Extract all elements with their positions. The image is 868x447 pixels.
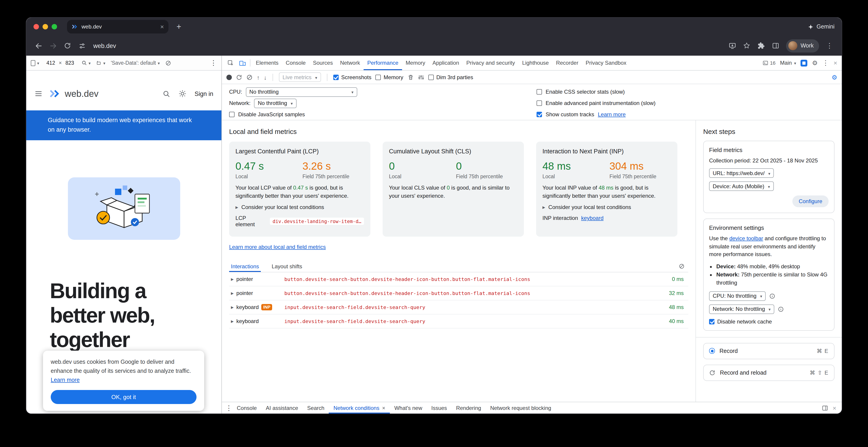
expand-icon[interactable] xyxy=(231,318,234,324)
back-button[interactable] xyxy=(32,39,45,53)
browser-menu-icon[interactable] xyxy=(823,39,836,53)
cookie-learn-more-link[interactable]: Learn more xyxy=(51,377,80,383)
expand-icon[interactable] xyxy=(231,276,234,282)
dim-3rd-parties-checkbox[interactable] xyxy=(428,74,434,80)
css-selector-stats-checkbox[interactable] xyxy=(536,89,542,95)
interaction-row[interactable]: pointer button.devsite-search-button.dev… xyxy=(229,272,688,286)
hamburger-menu-icon[interactable] xyxy=(34,90,42,98)
profile-button[interactable]: Work xyxy=(786,39,819,52)
tab-network[interactable]: Network xyxy=(336,56,364,70)
viewport-height-field[interactable]: 823 xyxy=(64,59,76,67)
cookie-ok-button[interactable]: OK, got it xyxy=(51,390,196,404)
tab-interactions[interactable]: Interactions xyxy=(229,261,261,272)
devtools-settings-icon[interactable] xyxy=(812,59,818,67)
device-select[interactable] xyxy=(31,60,39,66)
lcp-element-link[interactable]: div.devsite-landing-row-item-d… xyxy=(270,218,364,225)
tab-privacy-sandbox[interactable]: Privacy Sandbox xyxy=(582,56,630,70)
sliders-icon[interactable] xyxy=(418,74,424,80)
devtools-menu-icon[interactable] xyxy=(822,59,829,67)
tab-console[interactable]: Console xyxy=(282,56,309,70)
maximize-window-button[interactable] xyxy=(52,24,57,29)
new-tab-button[interactable] xyxy=(173,21,185,33)
site-logo[interactable]: web.dev xyxy=(49,89,98,99)
theme-toggle-icon[interactable] xyxy=(178,90,186,98)
metrics-learn-more-link[interactable]: Learn more about local and field metrics xyxy=(229,244,326,250)
focus-page-icon[interactable] xyxy=(801,60,808,66)
zoom-select[interactable] xyxy=(81,60,91,66)
env-network-select[interactable]: Network: No throttling xyxy=(709,304,774,314)
tab-privacy-and-security[interactable]: Privacy and security xyxy=(463,56,519,70)
side-panel-icon[interactable] xyxy=(769,39,782,53)
bookmark-star-icon[interactable] xyxy=(740,39,753,53)
drawer-tab-rendering[interactable]: Rendering xyxy=(452,402,486,414)
emulation-menu-icon[interactable] xyxy=(210,59,217,67)
tab-recorder[interactable]: Recorder xyxy=(552,56,582,70)
env-cpu-select[interactable]: CPU: No throttling xyxy=(709,291,766,301)
paint-instrumentation-checkbox[interactable] xyxy=(536,100,542,106)
save-profile-icon[interactable] xyxy=(264,73,267,81)
info-icon[interactable] xyxy=(769,293,775,299)
tab-layout-shifts[interactable]: Layout shifts xyxy=(270,261,304,272)
device-toolbar-icon[interactable] xyxy=(236,57,248,69)
info-icon[interactable] xyxy=(778,306,784,312)
record-and-reload-button[interactable]: Record and reload ⌘ ⇧ E xyxy=(703,365,835,381)
save-data-select[interactable]: 'Save-Data': default xyxy=(111,60,160,66)
clear-icon[interactable] xyxy=(246,74,253,80)
drawer-tab-issues[interactable]: Issues xyxy=(427,402,452,414)
disable-js-samples-checkbox[interactable] xyxy=(229,112,235,117)
record-and-reload-icon[interactable] xyxy=(236,74,242,80)
cpu-throttling-select[interactable]: No throttling xyxy=(246,87,357,97)
lcp-test-conditions-toggle[interactable]: Consider your local test conditions xyxy=(236,204,364,210)
install-icon[interactable] xyxy=(725,39,739,53)
drawer-close-icon[interactable] xyxy=(833,404,836,411)
expand-icon[interactable] xyxy=(231,304,234,310)
tab-performance[interactable]: Performance xyxy=(364,56,402,70)
interaction-element-link[interactable]: input.devsite-search-field.devsite-searc… xyxy=(284,318,656,324)
field-device-select[interactable]: Device: Auto (Mobile) xyxy=(709,182,774,191)
interaction-row[interactable]: pointer button.devsite-search-button.dev… xyxy=(229,286,688,301)
interaction-row[interactable]: keyboard input.devsite-search-field.devs… xyxy=(229,314,688,329)
close-window-button[interactable] xyxy=(33,24,39,29)
inp-test-conditions-toggle[interactable]: Consider your local test conditions xyxy=(542,204,671,210)
drawer-tab-whats-new[interactable]: What's new xyxy=(390,402,427,414)
address-bar[interactable]: web.dev xyxy=(93,42,116,49)
drawer-tab-network-conditions[interactable]: Network conditions xyxy=(329,402,390,414)
device-toolbar-link[interactable]: device toolbar xyxy=(729,236,763,242)
memory-checkbox[interactable] xyxy=(376,74,381,80)
viewport-width-field[interactable]: 412 xyxy=(44,59,57,67)
site-info-icon[interactable] xyxy=(75,39,89,53)
garbage-collect-icon[interactable] xyxy=(407,74,414,80)
show-custom-tracks-checkbox[interactable] xyxy=(536,112,542,117)
network-throttling-icon[interactable] xyxy=(165,60,171,66)
expand-icon[interactable] xyxy=(231,290,234,296)
interaction-element-link[interactable]: button.devsite-search-button.devsite-hea… xyxy=(284,276,656,282)
drawer-tab-search[interactable]: Search xyxy=(303,402,329,414)
dock-side-icon[interactable] xyxy=(822,405,828,411)
custom-tracks-learn-more-link[interactable]: Learn more xyxy=(598,111,626,117)
interaction-element-link[interactable]: input.devsite-search-field.devsite-searc… xyxy=(284,304,656,310)
tab-lighthouse[interactable]: Lighthouse xyxy=(519,56,552,70)
browser-tab[interactable]: web.dev xyxy=(67,20,168,33)
tab-memory[interactable]: Memory xyxy=(402,56,429,70)
console-messages-badge[interactable]: 16 xyxy=(763,60,776,66)
drawer-menu-icon[interactable] xyxy=(225,404,232,412)
reload-button[interactable] xyxy=(61,39,74,53)
site-search-icon[interactable] xyxy=(162,90,170,98)
screenshots-checkbox[interactable] xyxy=(333,74,338,80)
minimize-window-button[interactable] xyxy=(42,24,48,29)
record-icon[interactable] xyxy=(226,74,232,80)
inspect-element-icon[interactable] xyxy=(225,57,236,69)
drawer-tab-console[interactable]: Console xyxy=(232,402,261,414)
network-throttling-select[interactable]: No throttling xyxy=(254,98,296,108)
clear-log-icon[interactable] xyxy=(679,263,688,269)
drawer-tab-network-request-blocking[interactable]: Network request blocking xyxy=(486,402,556,414)
tab-elements[interactable]: Elements xyxy=(252,56,282,70)
tab-close-icon[interactable] xyxy=(160,23,164,30)
gemini-button[interactable]: Gemini xyxy=(808,24,835,30)
field-url-select[interactable]: URL: https://web.dev/ xyxy=(709,169,774,178)
history-select[interactable]: Live metrics xyxy=(279,72,321,82)
devtools-close-icon[interactable] xyxy=(834,59,837,67)
drawer-tab-close-icon[interactable] xyxy=(382,405,385,411)
tab-sources[interactable]: Sources xyxy=(309,56,336,70)
interaction-element-link[interactable]: button.devsite-search-button.devsite-hea… xyxy=(284,290,656,296)
